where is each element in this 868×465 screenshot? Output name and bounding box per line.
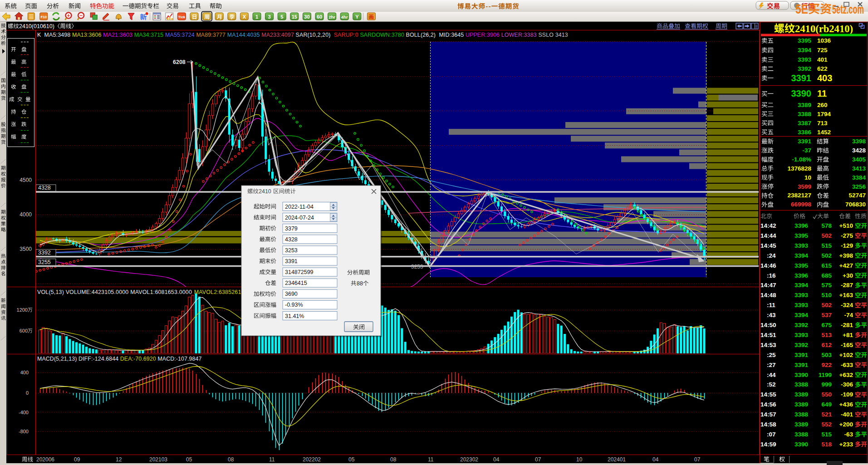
svg-text:6208: 6208 [173, 59, 186, 65]
svg-text:2024-07-24: 2024-07-24 [285, 215, 314, 221]
svg-text:+233: +233 [839, 441, 853, 448]
svg-text:MA34:3715: MA34:3715 [134, 32, 164, 38]
svg-text:14:45: 14:45 [760, 242, 776, 249]
svg-text:-37: -37 [802, 147, 811, 154]
svg-text:5: 5 [280, 14, 283, 20]
svg-text:552: 552 [821, 421, 832, 428]
svg-text:3388: 3388 [794, 431, 809, 438]
svg-text:-401: -401 [841, 411, 853, 418]
svg-text:510: 510 [821, 292, 832, 299]
svg-text:1452: 1452 [817, 129, 831, 136]
svg-text:3395: 3395 [794, 262, 809, 269]
svg-text:MA144:4035: MA144:4035 [227, 32, 260, 38]
svg-text:4000: 4000 [20, 211, 32, 218]
svg-text:513: 513 [821, 332, 832, 338]
svg-text:4328: 4328 [285, 236, 298, 243]
svg-text:14:44: 14:44 [760, 232, 776, 239]
svg-text:SAR(10,2,20): SAR(10,2,20) [296, 32, 331, 38]
svg-text:10: 10 [576, 456, 583, 463]
svg-text:+: + [67, 13, 70, 18]
svg-text:+163: +163 [839, 292, 853, 299]
svg-text:SARUP:0: SARUP:0 [334, 32, 358, 38]
svg-text:2410(rb2410): 2410(rb2410) [795, 23, 853, 34]
svg-text:MA21:3603: MA21:3603 [103, 32, 132, 38]
svg-text:-129: -129 [841, 242, 853, 249]
svg-text:52747: 52747 [848, 192, 866, 199]
svg-text:3256: 3256 [852, 183, 866, 190]
svg-text:3394: 3394 [794, 312, 809, 318]
svg-text:-281: -281 [841, 322, 853, 328]
svg-text:3396: 3396 [794, 222, 809, 229]
svg-text:314872599: 314872599 [285, 269, 314, 275]
svg-text:401: 401 [817, 56, 828, 63]
svg-text:3394: 3394 [798, 47, 812, 54]
svg-text:3388: 3388 [794, 381, 809, 388]
svg-text:−: − [79, 13, 82, 18]
svg-text:3390: 3390 [794, 441, 808, 448]
svg-text:1200: 1200 [17, 307, 28, 313]
svg-text:3599: 3599 [798, 183, 811, 190]
svg-text:07: 07 [694, 456, 701, 463]
svg-text:515: 515 [821, 431, 832, 438]
svg-text:UPPER:3906: UPPER:3906 [466, 32, 500, 38]
svg-text:3: 3 [268, 14, 271, 20]
svg-text:725: 725 [817, 47, 828, 54]
svg-text:3390: 3390 [791, 88, 812, 98]
svg-text:2410(010610): 2410(010610) [19, 23, 54, 29]
svg-text:202103: 202103 [149, 456, 167, 463]
svg-text:MA5:3498: MA5:3498 [44, 32, 71, 38]
svg-text:4328: 4328 [38, 185, 51, 191]
svg-text:575: 575 [821, 282, 832, 289]
svg-text:+510: +510 [839, 222, 853, 229]
svg-text::11: :11 [767, 302, 775, 308]
svg-text:669998: 669998 [791, 201, 812, 208]
svg-text:503: 503 [821, 352, 832, 358]
svg-text:3253: 3253 [285, 247, 298, 254]
svg-text:14:48: 14:48 [760, 292, 776, 299]
svg-text:-306: -306 [841, 381, 853, 388]
svg-text:+30: +30 [843, 272, 853, 279]
svg-text:706830: 706830 [845, 201, 866, 208]
svg-text:30: 30 [304, 14, 309, 20]
svg-text::07: :07 [767, 431, 776, 438]
svg-text:3389: 3389 [794, 401, 808, 408]
svg-text:3394: 3394 [794, 282, 809, 289]
svg-text:502: 502 [821, 232, 832, 239]
svg-text:5E: 5E [795, 1, 808, 16]
svg-text:3388: 3388 [798, 111, 812, 117]
svg-text:3386: 3386 [798, 129, 812, 136]
svg-text:10: 10 [804, 174, 811, 181]
svg-text:0: 0 [26, 390, 29, 396]
svg-text:3253: 3253 [411, 264, 423, 270]
svg-text:515: 515 [821, 242, 832, 249]
svg-text:MA233:4097: MA233:4097 [261, 32, 294, 38]
svg-text:3391: 3391 [285, 258, 298, 264]
svg-text:260: 260 [817, 102, 828, 108]
svg-text:3392: 3392 [798, 65, 811, 72]
svg-text:4500: 4500 [20, 177, 32, 183]
svg-text:521: 521 [821, 411, 832, 418]
svg-text:+81: +81 [843, 332, 853, 338]
svg-text:615: 615 [821, 262, 832, 269]
svg-text:14:56: 14:56 [760, 401, 776, 408]
svg-text:5etz.com: 5etz.com [832, 3, 864, 16]
svg-text:-633: -633 [841, 362, 853, 368]
svg-text:08: 08 [390, 456, 397, 463]
svg-text:09: 09 [74, 456, 80, 463]
svg-text:3391: 3391 [791, 73, 812, 83]
svg-text:502: 502 [821, 252, 832, 259]
svg-text::25: :25 [767, 352, 776, 358]
svg-text:3391: 3391 [794, 362, 809, 368]
svg-text:05: 05 [348, 456, 355, 463]
svg-text::16: :16 [767, 272, 776, 279]
svg-text:403: 403 [817, 73, 832, 83]
svg-text:14:46: 14:46 [760, 262, 776, 269]
svg-text:MA89:3777: MA89:3777 [196, 32, 226, 38]
svg-text:-287: -287 [841, 282, 853, 289]
svg-text:14:55: 14:55 [760, 391, 776, 398]
svg-text:649: 649 [821, 401, 832, 408]
svg-text:-74: -74 [844, 312, 853, 318]
svg-text:3392: 3392 [794, 322, 808, 328]
svg-text:Tick: Tick [178, 15, 185, 19]
svg-text:12: 12 [116, 456, 122, 463]
